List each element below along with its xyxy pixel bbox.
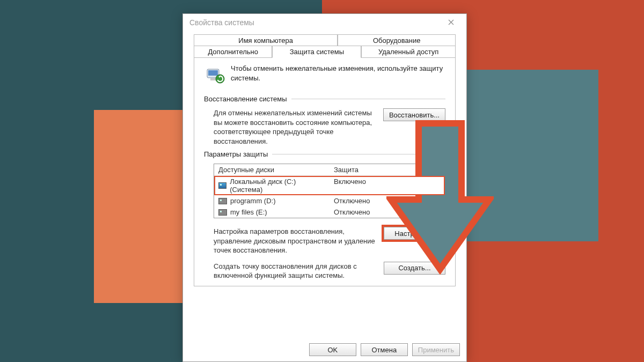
tabs-area: Имя компьютера Оборудование Дополнительн… bbox=[188, 31, 461, 286]
system-protection-icon bbox=[204, 64, 225, 85]
drives-table[interactable]: Доступные диски Защита Локальный диск (C… bbox=[214, 164, 445, 218]
system-properties-dialog: Свойства системы Имя компьютера Оборудов… bbox=[182, 13, 467, 362]
button-label: Отмена bbox=[372, 346, 397, 354]
restore-row: Для отмены нежелательных изменений систе… bbox=[204, 108, 445, 146]
intro-row: Чтобы отменить нежелательные изменения, … bbox=[204, 64, 445, 85]
button-label: Восстановить... bbox=[389, 111, 440, 119]
tab-label: Имя компьютера bbox=[238, 36, 293, 45]
tabs-row-bottom: Дополнительно Защита системы Удаленный д… bbox=[194, 46, 456, 58]
close-button[interactable] bbox=[441, 14, 461, 31]
ok-button[interactable]: OK bbox=[309, 343, 356, 356]
restore-button[interactable]: Восстановить... bbox=[383, 108, 445, 121]
configure-description: Настройка параметров восстановления, упр… bbox=[204, 227, 377, 255]
drive-name: my files (E:) bbox=[230, 208, 267, 216]
button-label: Настроить... bbox=[394, 230, 434, 238]
apply-button[interactable]: Применить bbox=[412, 343, 460, 356]
intro-text: Чтобы отменить нежелательные изменения, … bbox=[231, 64, 445, 83]
svg-rect-2 bbox=[210, 78, 216, 80]
table-header: Доступные диски Защита bbox=[214, 164, 445, 176]
tab-remote[interactable]: Удаленный доступ bbox=[361, 46, 456, 58]
tab-hardware[interactable]: Оборудование bbox=[338, 34, 456, 47]
create-row: Создать точку восстановления для дисков … bbox=[204, 262, 445, 280]
close-icon bbox=[448, 19, 454, 25]
tab-advanced[interactable]: Дополнительно bbox=[194, 46, 272, 58]
tab-panel: Чтобы отменить нежелательные изменения, … bbox=[194, 57, 456, 286]
table-row[interactable]: Локальный диск (C:) (Система) Включено bbox=[214, 176, 445, 195]
tab-computer-name[interactable]: Имя компьютера bbox=[194, 34, 338, 47]
group-params-heading: Параметры защиты bbox=[204, 150, 445, 158]
configure-button[interactable]: Настроить... bbox=[384, 227, 445, 240]
titlebar: Свойства системы bbox=[183, 14, 466, 31]
drive-icon bbox=[218, 209, 227, 216]
group-label: Параметры защиты bbox=[204, 150, 268, 158]
col-protection: Защита bbox=[330, 164, 445, 175]
drive-status: Отключено bbox=[330, 206, 445, 218]
divider bbox=[291, 99, 445, 99]
drive-name: programm (D:) bbox=[230, 197, 276, 205]
table-row[interactable]: my files (E:) Отключено bbox=[214, 206, 445, 218]
tab-label: Дополнительно bbox=[208, 48, 258, 56]
button-label: OK bbox=[327, 346, 338, 354]
configure-row: Настройка параметров восстановления, упр… bbox=[204, 227, 445, 255]
create-description: Создать точку восстановления для дисков … bbox=[204, 262, 377, 280]
cancel-button[interactable]: Отмена bbox=[361, 343, 408, 356]
drive-name: Локальный диск (C:) (Система) bbox=[230, 178, 325, 194]
tab-label: Оборудование bbox=[373, 36, 420, 45]
window-title: Свойства системы bbox=[189, 18, 254, 27]
dialog-footer: OK Отмена Применить bbox=[183, 339, 466, 361]
table-row[interactable]: programm (D:) Отключено bbox=[214, 195, 445, 206]
tab-label: Защита системы bbox=[290, 48, 344, 56]
tab-system-protection[interactable]: Защита системы bbox=[272, 46, 361, 58]
tabs-row-top: Имя компьютера Оборудование bbox=[194, 34, 456, 46]
drive-status: Включено bbox=[330, 176, 445, 195]
button-label: Применить bbox=[418, 346, 454, 354]
drive-icon bbox=[218, 182, 226, 189]
svg-rect-1 bbox=[208, 70, 218, 76]
drive-icon bbox=[218, 198, 227, 204]
dialog-content: Имя компьютера Оборудование Дополнительн… bbox=[183, 31, 466, 339]
group-restore-heading: Восстановление системы bbox=[204, 95, 445, 103]
button-label: Создать... bbox=[398, 264, 430, 272]
drive-status: Отключено bbox=[330, 195, 445, 206]
divider bbox=[272, 154, 445, 154]
tab-label: Удаленный доступ bbox=[378, 48, 438, 56]
group-label: Восстановление системы bbox=[204, 95, 287, 103]
restore-description: Для отмены нежелательных изменений систе… bbox=[204, 108, 377, 146]
create-button[interactable]: Создать... bbox=[384, 262, 445, 275]
col-drives: Доступные диски bbox=[214, 164, 330, 175]
